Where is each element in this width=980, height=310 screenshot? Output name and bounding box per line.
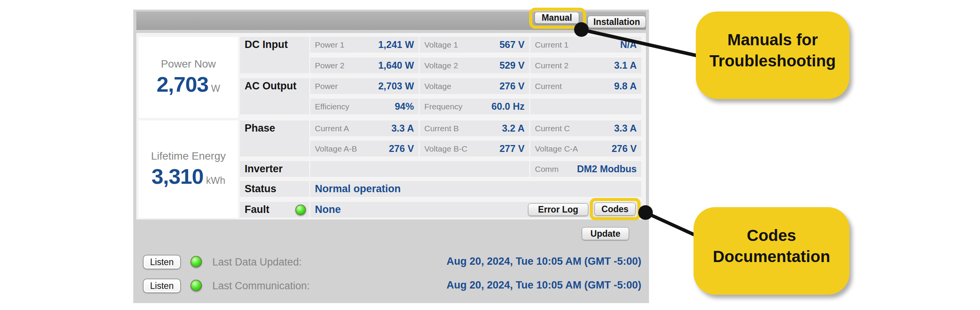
metric-cell-current1: Current 1 N/A [530, 37, 641, 53]
last-communication-value: Aug 20, 2024, Tue 10:05 AM (GMT -5:00) [447, 279, 641, 291]
metric-label: Current 2 [535, 61, 569, 70]
listen-button-comm[interactable]: Listen [143, 279, 181, 293]
section-inverter-label: Inverter [245, 163, 283, 175]
section-ac-output: AC Output [240, 78, 309, 114]
listen-button-data[interactable]: Listen [143, 255, 181, 269]
communication-led-icon [190, 280, 202, 291]
metric-cell-voltage1: Voltage 1 567 V [420, 37, 529, 53]
metric-cell-voltage-bc: Voltage B-C 277 V [420, 141, 529, 157]
metric-label: Current 1 [535, 40, 569, 49]
section-dc-input: DC Input [240, 37, 309, 73]
section-phase: Phase [240, 120, 309, 157]
metric-value: 9.8 A [614, 81, 637, 92]
codes-callout: Codes Documentation [694, 207, 849, 295]
metric-label: Voltage [424, 82, 451, 91]
metric-value: 1,640 W [378, 60, 414, 71]
metric-label: Power 2 [315, 61, 344, 70]
section-inverter: Inverter [240, 161, 309, 177]
metric-value: DM2 Modbus [577, 163, 637, 175]
codes-highlight-ring [590, 198, 641, 220]
metric-label: Comm [535, 165, 559, 174]
metric-cell-voltage2: Voltage 2 529 V [420, 58, 529, 73]
metric-value: 3.2 A [502, 123, 525, 134]
metric-value: 529 V [500, 60, 525, 71]
metric-value: 276 V [389, 143, 414, 154]
inverter-empty-cell [310, 161, 529, 177]
lifetime-energy-title: Lifetime Energy [151, 150, 226, 162]
metric-cell-current2: Current 2 3.1 A [530, 58, 641, 73]
metric-cell-current-a: Current A 3.3 A [310, 120, 419, 136]
metric-label: Voltage 2 [424, 61, 458, 70]
last-data-updated-label: Last Data Updated: [212, 256, 302, 268]
lifetime-energy-value: 3,310 [151, 164, 203, 189]
metric-value: 276 V [500, 81, 525, 92]
metric-cell-power2: Power 2 1,640 W [310, 58, 419, 73]
last-data-updated-value: Aug 20, 2024, Tue 10:05 AM (GMT -5:00) [447, 256, 641, 267]
last-communication-label: Last Communication: [212, 280, 310, 292]
metric-cell-ac-power: Power 2,703 W [310, 78, 419, 94]
metric-value: 3.1 A [614, 60, 637, 71]
metric-value: 3.3 A [391, 123, 414, 134]
lifetime-energy-box: Lifetime Energy 3,310 kWh [139, 120, 238, 218]
metric-label: Current A [315, 124, 349, 133]
section-status-label: Status [245, 183, 276, 195]
metric-value: 2,703 W [378, 81, 414, 92]
metric-value: 1,241 W [378, 39, 414, 50]
metric-value: 60.0 Hz [492, 101, 525, 112]
metric-cell-voltage-ab: Voltage A-B 276 V [310, 141, 419, 157]
section-ac-output-label: AC Output [245, 80, 296, 92]
status-value: Normal operation [315, 183, 401, 195]
error-log-button[interactable]: Error Log [528, 203, 588, 216]
metric-label: Frequency [424, 102, 462, 111]
metric-cell-ac-current: Current 9.8 A [530, 78, 641, 94]
power-now-unit: W [211, 83, 220, 94]
section-phase-label: Phase [245, 122, 275, 134]
manual-callout: Manuals for Troubleshooting [696, 12, 849, 99]
power-now-value: 2,703 [157, 72, 209, 97]
section-fault-label: Fault [245, 204, 270, 216]
metric-cell-frequency: Frequency 60.0 Hz [420, 99, 529, 114]
metric-label: Current [535, 82, 562, 91]
metric-label: Efficiency [315, 102, 349, 111]
metric-value: 277 V [500, 143, 525, 154]
metric-cell-voltage-ca: Voltage C-A 276 V [530, 141, 641, 157]
section-fault: Fault [240, 202, 309, 218]
metric-cell-ac-voltage: Voltage 276 V [420, 78, 529, 94]
power-now-box: Power Now 2,703 W [139, 37, 238, 118]
fault-value: None [315, 204, 341, 216]
metric-value: 276 V [612, 143, 637, 154]
metric-label: Voltage A-B [315, 144, 357, 153]
page: Power Now 2,703 W Lifetime Energy 3,310 … [0, 0, 980, 310]
update-button[interactable]: Update [582, 227, 629, 240]
metric-label: Voltage B-C [424, 144, 467, 153]
power-now-title: Power Now [161, 58, 216, 70]
metric-label: Voltage C-A [535, 144, 578, 153]
section-dc-input-label: DC Input [245, 39, 288, 51]
metric-cell-current-b: Current B 3.2 A [420, 120, 529, 136]
metric-cell-efficiency: Efficiency 94% [310, 99, 419, 114]
metric-label: Current B [424, 124, 459, 133]
metric-label: Power 1 [315, 40, 344, 49]
fault-status-led-icon [295, 204, 306, 215]
lifetime-energy-unit: kWh [206, 175, 225, 186]
metric-label: Voltage 1 [424, 40, 458, 49]
installation-button[interactable]: Installation [588, 16, 646, 28]
status-value-cell: Normal operation [310, 181, 641, 197]
metric-cell-current-c: Current C 3.3 A [530, 120, 641, 136]
metric-value: 567 V [500, 39, 525, 50]
manual-highlight-ring [529, 8, 586, 29]
metric-label: Power [315, 82, 338, 91]
metric-label: Current C [535, 124, 570, 133]
metric-cell-empty [530, 99, 641, 114]
metric-value: 94% [395, 101, 414, 112]
metric-value: N/A [620, 39, 637, 50]
metric-cell-power1: Power 1 1,241 W [310, 37, 419, 53]
lifetime-energy-reading: 3,310 kWh [151, 164, 225, 189]
metric-value: 3.3 A [614, 123, 637, 134]
data-updated-led-icon [190, 256, 202, 267]
section-status: Status [240, 181, 309, 197]
metric-cell-comm: Comm DM2 Modbus [530, 161, 641, 177]
power-now-reading: 2,703 W [157, 72, 220, 97]
